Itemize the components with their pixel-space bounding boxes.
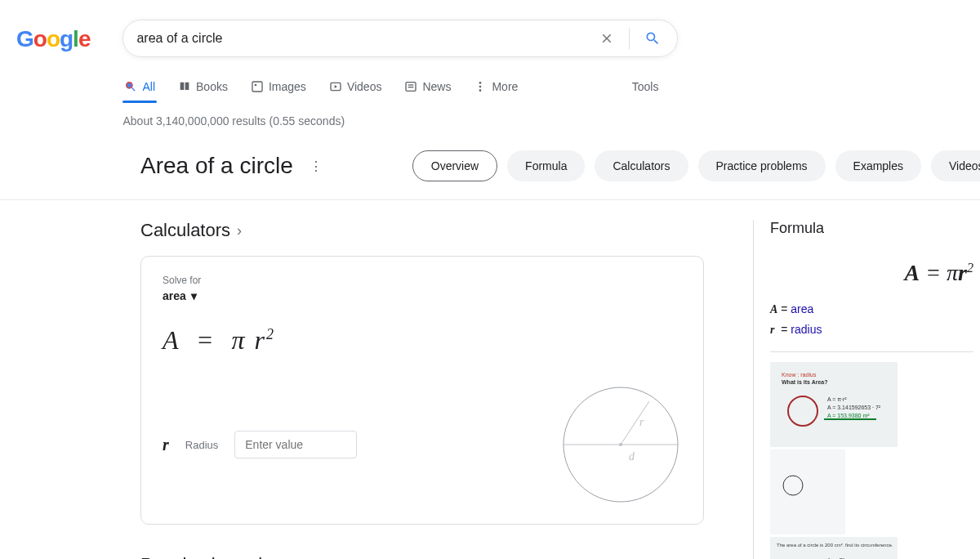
images-icon xyxy=(251,80,264,93)
circle-diagram: r d xyxy=(559,383,682,506)
svg-line-12 xyxy=(621,401,649,445)
tab-all[interactable]: All xyxy=(122,74,157,103)
divider xyxy=(770,351,973,352)
search-small-icon xyxy=(124,80,137,93)
svg-point-8 xyxy=(479,86,482,88)
search-input[interactable] xyxy=(136,31,596,46)
tab-label: Images xyxy=(269,80,306,93)
tab-videos[interactable]: Videos xyxy=(327,74,384,103)
svg-rect-26 xyxy=(770,537,898,559)
thumbnail[interactable]: The area of a circle is 200 cm². find it… xyxy=(770,537,898,559)
tab-label: More xyxy=(492,80,518,93)
radius-input[interactable] xyxy=(234,431,357,458)
chip-formula[interactable]: Formula xyxy=(507,150,585,181)
tab-news[interactable]: News xyxy=(403,74,452,103)
chip-overview[interactable]: Overview xyxy=(412,150,497,181)
videos-icon xyxy=(329,80,342,93)
variable-symbol: r xyxy=(163,436,169,454)
tab-books[interactable]: Books xyxy=(176,74,229,103)
tab-label: All xyxy=(142,80,155,93)
books-icon xyxy=(178,80,191,93)
svg-text:What is its Area?: What is its Area? xyxy=(782,379,828,385)
svg-text:The area of a circle is 200 cm: The area of a circle is 200 cm². find it… xyxy=(777,543,893,548)
search-icon[interactable] xyxy=(641,27,664,50)
divider xyxy=(0,199,980,200)
clear-icon[interactable] xyxy=(596,28,617,49)
svg-point-13 xyxy=(619,443,622,446)
svg-rect-1 xyxy=(252,82,262,92)
calculators-heading[interactable]: Calculators › xyxy=(140,220,704,241)
chip-calculators[interactable]: Calculators xyxy=(595,150,688,181)
tools-button[interactable]: Tools xyxy=(632,74,659,103)
tab-images[interactable]: Images xyxy=(249,74,308,103)
svg-text:d: d xyxy=(629,450,635,463)
svg-text:A = π·r²: A = π·r² xyxy=(827,396,847,402)
legend-link-area[interactable]: area xyxy=(791,302,813,315)
people-also-ask-heading: People also ask xyxy=(140,554,704,559)
thumbnail[interactable] xyxy=(770,449,845,534)
divider xyxy=(629,28,630,49)
image-thumbnails: Know : radiusWhat is its Area?A = π·r²A … xyxy=(770,362,973,559)
solve-for-dropdown[interactable]: area ▾ xyxy=(163,289,682,302)
google-logo[interactable]: Google xyxy=(16,20,90,52)
svg-text:A = 3.141592653 · 7²: A = 3.141592653 · 7² xyxy=(827,405,881,410)
chip-examples[interactable]: Examples xyxy=(835,150,921,181)
caret-down-icon: ▾ xyxy=(191,289,197,302)
thumbnail[interactable]: Know : radiusWhat is its Area?A = π·r²A … xyxy=(770,362,898,447)
svg-text:r: r xyxy=(639,416,644,428)
svg-point-9 xyxy=(479,89,482,92)
section-label: Calculators xyxy=(140,220,230,241)
solve-value-text: area xyxy=(163,289,186,302)
chevron-right-icon: › xyxy=(237,222,242,239)
svg-text:A = 153.9380 m²: A = 153.9380 m² xyxy=(827,413,870,418)
solve-for-label: Solve for xyxy=(163,275,682,286)
svg-rect-24 xyxy=(770,449,845,534)
legend-row: A = area xyxy=(770,302,973,316)
search-box[interactable] xyxy=(122,20,678,57)
tab-more[interactable]: More xyxy=(472,74,519,103)
tab-label: News xyxy=(422,80,451,93)
topic-menu-icon[interactable]: ⋮ xyxy=(310,159,323,174)
news-icon xyxy=(404,80,417,93)
calculator-card: Solve for area ▾ A = π r2 r Radius xyxy=(140,256,704,525)
chip-videos[interactable]: Videos xyxy=(931,150,980,181)
sidebar-formula: A = πr2 xyxy=(770,260,973,286)
more-vertical-icon xyxy=(474,80,487,93)
legend-link-radius[interactable]: radius xyxy=(791,323,822,336)
formula-display: A = π r2 xyxy=(163,325,682,356)
variable-label: Radius xyxy=(185,439,218,451)
tab-label: Videos xyxy=(347,80,382,93)
legend-row: r = radius xyxy=(770,323,973,337)
result-stats: About 3,140,000,000 results (0.55 second… xyxy=(122,114,678,127)
chip-practice[interactable]: Practice problems xyxy=(698,150,826,181)
svg-point-7 xyxy=(479,82,482,84)
topic-title: Area of a circle xyxy=(140,153,293,179)
svg-text:Know : radius: Know : radius xyxy=(782,372,817,378)
sidebar-formula-title: Formula xyxy=(770,220,973,237)
svg-point-2 xyxy=(255,84,257,87)
tab-label: Books xyxy=(196,80,228,93)
